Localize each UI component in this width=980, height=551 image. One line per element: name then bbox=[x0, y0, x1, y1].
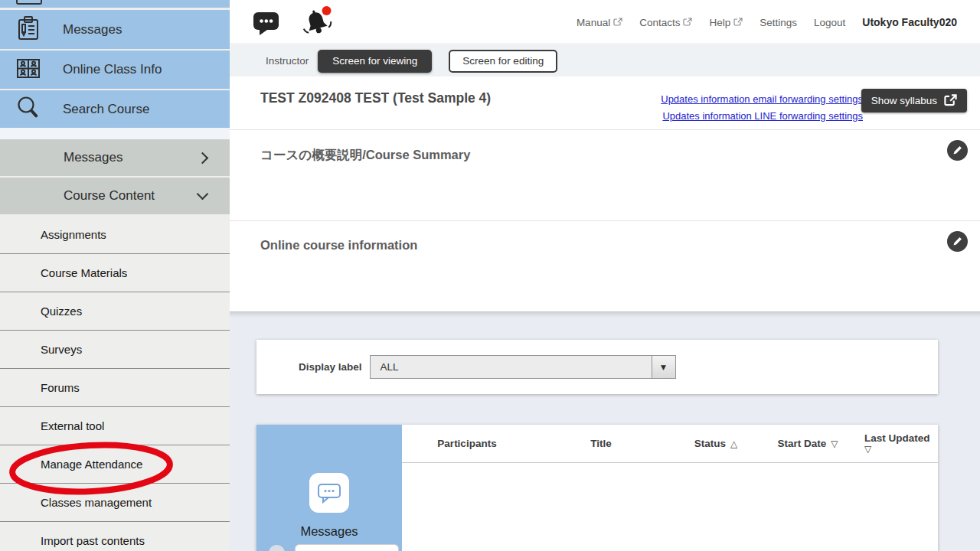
submenu-label: Import past contents bbox=[41, 534, 145, 547]
notification-dot bbox=[322, 6, 332, 15]
edit-summary-button[interactable] bbox=[947, 140, 968, 161]
submenu-label: Manage Attendance bbox=[41, 458, 142, 471]
pencil-icon bbox=[952, 236, 962, 246]
sidebar-item-assignments[interactable]: Assignments bbox=[0, 216, 230, 254]
button-label: Show syllabus bbox=[871, 95, 937, 106]
column-label: Last Updated bbox=[864, 432, 930, 444]
sidebar-item-external-tool[interactable]: External tool bbox=[0, 407, 230, 445]
chevron-right-icon bbox=[197, 152, 209, 164]
filter-card: Display label ALL ▼ bbox=[256, 340, 938, 394]
submenu-label: Surveys bbox=[41, 343, 82, 356]
pencil-icon bbox=[952, 145, 962, 155]
topbar: Manual Contacts Help Settings Logout U bbox=[230, 0, 980, 44]
screen-for-editing-button[interactable]: Screen for editing bbox=[449, 50, 557, 73]
column-header-last-updated[interactable]: Last Updated ▽ bbox=[854, 425, 938, 462]
column-header-status[interactable]: Status △ bbox=[670, 425, 762, 462]
course-content-submenu: Assignments Course Materials Quizzes Sur… bbox=[0, 216, 230, 551]
header-link-help[interactable]: Help bbox=[709, 17, 743, 28]
display-label-select[interactable]: ALL ▼ bbox=[370, 355, 676, 379]
main-content: Manual Contacts Help Settings Logout U bbox=[230, 0, 980, 551]
class-grid-icon bbox=[14, 54, 43, 86]
sidebar-item-messages-top[interactable]: Messages bbox=[0, 10, 230, 49]
link-label: Manual bbox=[577, 17, 610, 28]
sidebar-item-course-content[interactable]: Course Content bbox=[0, 178, 230, 214]
messages-category-tile[interactable]: Messages bbox=[256, 425, 402, 551]
email-forwarding-link[interactable]: Updates information email forwarding set… bbox=[661, 91, 863, 108]
submenu-label: Forums bbox=[41, 381, 80, 394]
external-link-icon bbox=[733, 18, 743, 27]
online-course-info-section: Online course information bbox=[230, 220, 980, 312]
sidebar-item-label: Online Class Info bbox=[63, 62, 162, 77]
chat-bubble-icon[interactable] bbox=[253, 10, 280, 39]
display-label-caption: Display label bbox=[299, 361, 362, 373]
column-header-participants[interactable]: Participants bbox=[402, 425, 532, 462]
column-header-title[interactable]: Title bbox=[532, 425, 670, 462]
screen-for-viewing-button[interactable]: Screen for viewing bbox=[318, 50, 432, 73]
forwarding-links: Updates information email forwarding set… bbox=[661, 91, 863, 125]
submenu-label: Course Materials bbox=[41, 266, 127, 279]
submenu-label: Assignments bbox=[41, 228, 106, 241]
sidebar-item-classes-management[interactable]: Classes management bbox=[0, 484, 230, 522]
user-name: Utokyo Faculty020 bbox=[862, 16, 957, 28]
edit-online-info-button[interactable] bbox=[947, 231, 968, 252]
partial-circle bbox=[269, 545, 285, 551]
column-label: Status bbox=[694, 438, 726, 449]
column-label: Participants bbox=[437, 438, 496, 449]
external-link-icon bbox=[613, 18, 622, 27]
sidebar-item-surveys[interactable]: Surveys bbox=[0, 331, 230, 369]
sort-asc-icon[interactable]: △ bbox=[730, 439, 737, 449]
header-link-manual[interactable]: Manual bbox=[577, 17, 622, 28]
lms-screen: Messages Online Class Info bbox=[0, 0, 980, 551]
table-header-row: Participants Title Status △ Start Date ▽ bbox=[402, 425, 938, 463]
column-label: Title bbox=[590, 438, 612, 449]
partial-button[interactable] bbox=[295, 544, 399, 551]
link-label: Help bbox=[709, 17, 730, 28]
sidebar-item-messages-menu[interactable]: Messages bbox=[0, 139, 230, 176]
sort-desc-icon[interactable]: ▽ bbox=[831, 439, 838, 449]
sidebar-divider-strip bbox=[0, 128, 230, 139]
sidebar-item-forums[interactable]: Forums bbox=[0, 369, 230, 407]
external-link-icon bbox=[683, 18, 692, 27]
sidebar-item-course-materials[interactable]: Course Materials bbox=[0, 254, 230, 292]
sidebar-item-label: Search Course bbox=[63, 102, 149, 117]
sidebar-item-cutoff[interactable] bbox=[0, 0, 230, 8]
sidebar-item-import-past-contents[interactable]: Import past contents bbox=[0, 522, 230, 551]
section-title: コースの概要説明/Course Summary bbox=[260, 147, 470, 164]
column-label: Start Date bbox=[777, 438, 826, 449]
link-label: Settings bbox=[760, 17, 797, 28]
course-summary-section: コースの概要説明/Course Summary bbox=[230, 129, 980, 220]
sidebar-item-search-course[interactable]: Search Course bbox=[0, 90, 230, 128]
sidebar-item-quizzes[interactable]: Quizzes bbox=[0, 292, 230, 331]
page-title: TEST Z092408 TEST (Test Sample 4) bbox=[260, 90, 491, 106]
notification-bell-icon[interactable] bbox=[300, 4, 335, 41]
course-title-section: TEST Z092408 TEST (Test Sample 4) Update… bbox=[230, 77, 980, 129]
view-mode-tabbar: Instructor Screen for viewing Screen for… bbox=[230, 45, 980, 77]
select-value: ALL bbox=[381, 356, 399, 378]
sidebar-item-manage-attendance[interactable]: Manage Attendance bbox=[0, 445, 230, 484]
line-forwarding-link[interactable]: Updates information LINE forwarding sett… bbox=[661, 108, 863, 125]
content-list-area: Display label ALL ▼ bbox=[230, 312, 980, 551]
dropdown-arrow-icon[interactable]: ▼ bbox=[652, 356, 675, 378]
role-label: Instructor bbox=[266, 55, 309, 67]
sort-desc-icon[interactable]: ▽ bbox=[864, 444, 938, 455]
header-link-contacts[interactable]: Contacts bbox=[639, 17, 692, 28]
external-link-icon bbox=[944, 94, 957, 107]
header-link-settings[interactable]: Settings bbox=[760, 17, 797, 28]
submenu-label: External tool bbox=[41, 419, 104, 432]
show-syllabus-button[interactable]: Show syllabus bbox=[861, 89, 967, 112]
link-label: Contacts bbox=[639, 17, 680, 28]
menu-item-label: Course Content bbox=[64, 188, 155, 204]
menu-item-label: Messages bbox=[64, 150, 122, 165]
topbar-links: Manual Contacts Help Settings Logout U bbox=[577, 0, 957, 44]
header-link-logout[interactable]: Logout bbox=[814, 17, 845, 28]
submenu-label: Quizzes bbox=[41, 305, 82, 318]
column-header-start-date[interactable]: Start Date ▽ bbox=[762, 425, 854, 462]
sidebar-item-label: Messages bbox=[63, 22, 122, 37]
sidebar: Messages Online Class Info bbox=[0, 0, 230, 551]
messages-table-card: Messages Participants Title Status △ bbox=[256, 425, 938, 551]
chat-bubble-tile-icon bbox=[309, 473, 349, 513]
link-label: Logout bbox=[814, 17, 845, 28]
sidebar-item-online-class-info[interactable]: Online Class Info bbox=[0, 51, 230, 89]
cutoff-icon bbox=[16, 0, 42, 5]
search-icon bbox=[14, 93, 43, 126]
